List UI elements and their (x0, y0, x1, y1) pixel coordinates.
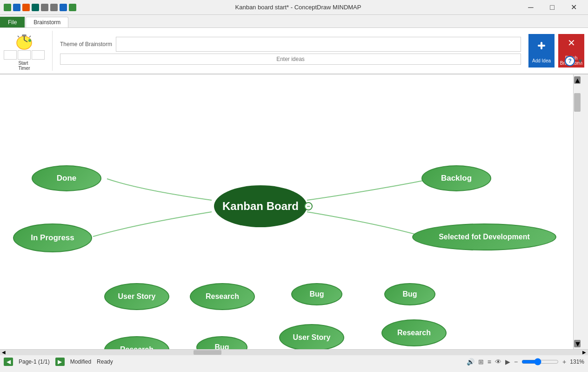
start-timer-button[interactable]: 00 10 00 StartTimer (4, 31, 45, 71)
window-title: Kanban board start* - ConceptDraw MINDMA… (76, 4, 520, 11)
add-idea-icon (534, 38, 549, 56)
ribbon: 00 10 00 StartTimer Theme of Brainstorm … (0, 28, 588, 74)
next-page-button[interactable]: ▶ (55, 358, 65, 366)
titlebar: Kanban board start* - ConceptDraw MINDMA… (0, 0, 588, 15)
svg-rect-3 (22, 34, 27, 36)
branch-backlog-label: Backlog (441, 174, 472, 183)
minimize-button[interactable]: ─ (520, 0, 541, 15)
start-timer-section: 00 10 00 StartTimer (4, 31, 53, 71)
hscroll-track[interactable] (7, 350, 581, 355)
app-icon-3 (22, 4, 30, 11)
expand-ribbon-button[interactable]: ▼ (577, 57, 583, 65)
status-right: 🔊 ⊞ ≡ 👁 ▶ − + 131% (467, 358, 584, 365)
center-node[interactable]: Kanban Board − (214, 185, 307, 227)
app-icon-8 (69, 4, 76, 11)
maximize-button[interactable]: □ (541, 0, 563, 15)
scroll-left-arrow[interactable]: ◀ (0, 350, 7, 355)
tab-brainstorm[interactable]: Brainstorm (26, 17, 68, 27)
timer-label: StartTimer (18, 61, 30, 71)
app-icon-1 (4, 4, 11, 11)
center-node-label: Kanban Board (222, 200, 299, 213)
app-icon-5 (41, 4, 48, 11)
finish-icon: ✕ (564, 36, 579, 54)
float-user-story-2[interactable]: User Story (279, 324, 344, 349)
modified-status: Modified (70, 358, 91, 365)
scroll-thumb[interactable] (574, 93, 581, 112)
help-button[interactable]: ? (565, 56, 575, 66)
add-idea-label: Add Idea (532, 58, 551, 63)
timer-icon (14, 31, 34, 50)
branch-selected[interactable]: Selected fot Development (412, 223, 556, 250)
float-research-1[interactable]: Research (190, 283, 255, 310)
app-icon-7 (60, 4, 67, 11)
float-bug-3[interactable]: Bug (196, 336, 247, 349)
help-area: ? ▼ (565, 56, 583, 66)
speaker-icon[interactable]: 🔊 (467, 358, 474, 365)
add-idea-button[interactable]: Add Idea (528, 34, 555, 68)
prev-page-button[interactable]: ◀ (4, 358, 13, 366)
app-icon-4 (32, 4, 39, 11)
vertical-scrollbar[interactable]: ▲ ▼ (573, 74, 581, 349)
theme-input[interactable]: Kanban Board (116, 37, 521, 52)
zoom-in-icon[interactable]: + (562, 358, 566, 365)
svg-point-6 (28, 39, 31, 42)
branch-in-progress[interactable]: In Progress (13, 223, 92, 252)
branch-done[interactable]: Done (32, 165, 101, 191)
window-controls[interactable]: ─ □ ✕ (520, 0, 584, 15)
scroll-right-arrow[interactable]: ▶ (581, 350, 588, 355)
app-icon-6 (50, 4, 58, 11)
brainstorm-center: Theme of Brainstorm Kanban Board (60, 37, 521, 65)
timer-minutes[interactable]: 10 (18, 50, 31, 60)
float-label-1: User Story (118, 292, 156, 301)
svg-text:✕: ✕ (568, 38, 575, 48)
zoom-slider[interactable] (521, 358, 559, 365)
status-left: ◀ Page-1 (1/1) ▶ Modified Ready (4, 358, 113, 366)
ready-status: Ready (97, 358, 113, 365)
play-icon[interactable]: ▶ (505, 358, 510, 365)
titlebar-icons (4, 4, 76, 11)
tab-file[interactable]: File (0, 17, 25, 27)
theme-label: Theme of Brainstorm (60, 41, 112, 47)
canvas: Kanban Board − Done Backlog In Progress … (0, 74, 581, 349)
hscroll-thumb[interactable] (194, 350, 221, 355)
float-label-7: User Story (293, 333, 331, 342)
list-icon[interactable]: ≡ (488, 358, 491, 365)
timer-inputs[interactable]: 00 10 00 (4, 50, 45, 60)
zoom-level: 131% (570, 358, 584, 365)
svg-line-4 (18, 36, 19, 37)
float-label-2: Research (206, 292, 239, 301)
timer-hours[interactable]: 00 (4, 50, 17, 60)
svg-rect-9 (541, 42, 542, 49)
statusbar: ◀ Page-1 (1/1) ▶ Modified Ready 🔊 ⊞ ≡ 👁 … (0, 355, 588, 368)
grid-icon[interactable]: ⊞ (478, 358, 484, 365)
branch-done-label: Done (57, 174, 77, 183)
float-label-8: Research (397, 329, 431, 337)
float-label-5: Research (120, 345, 154, 349)
scroll-up-arrow[interactable]: ▲ (574, 76, 581, 84)
branch-selected-label: Selected fot Development (439, 233, 530, 241)
page-info: Page-1 (1/1) (19, 358, 50, 365)
zoom-out-icon[interactable]: − (514, 358, 518, 365)
app-icon-2 (13, 4, 20, 11)
float-bug-2[interactable]: Bug (384, 283, 435, 305)
theme-row: Theme of Brainstorm Kanban Board (60, 37, 521, 52)
branch-in-progress-label: In Progress (31, 233, 74, 243)
float-label-4: Bug (402, 290, 417, 298)
branch-backlog[interactable]: Backlog (421, 165, 491, 191)
collapse-button[interactable]: − (304, 202, 313, 210)
timer-seconds[interactable]: 00 (32, 50, 45, 60)
ideas-input[interactable] (60, 54, 521, 65)
svg-line-5 (29, 36, 31, 37)
float-research-3[interactable]: Research (381, 319, 447, 346)
float-user-story-1[interactable]: User Story (104, 283, 169, 310)
float-label-6: Bug (214, 343, 229, 349)
close-button[interactable]: ✕ (563, 0, 584, 15)
float-bug-1[interactable]: Bug (291, 283, 342, 305)
scroll-down-arrow[interactable]: ▼ (574, 340, 581, 347)
ribbon-tabs: File Brainstorm (0, 15, 588, 28)
horizontal-scrollbar[interactable]: ◀ ▶ (0, 349, 588, 355)
float-label-3: Bug (309, 290, 324, 298)
eye-icon[interactable]: 👁 (495, 358, 501, 365)
float-research-2[interactable]: Research (104, 336, 169, 349)
